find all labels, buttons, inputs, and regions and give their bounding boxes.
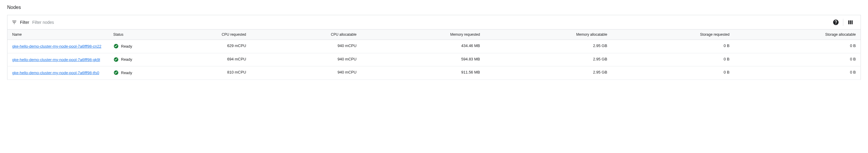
header-storage-requested[interactable]: Storage requested bbox=[612, 29, 734, 40]
cell-memory-allocatable: 2.95 GB bbox=[485, 66, 612, 80]
header-memory-requested[interactable]: Memory requested bbox=[361, 29, 485, 40]
cell-cpu-allocatable: 940 mCPU bbox=[251, 40, 361, 53]
cell-storage-requested: 0 B bbox=[612, 53, 734, 66]
table-row: gke-hello-demo-cluster-my-node-pool-7a6f… bbox=[7, 66, 861, 80]
status-text: Ready bbox=[121, 70, 132, 75]
status-text: Ready bbox=[121, 44, 132, 49]
cell-cpu-requested: 694 mCPU bbox=[144, 53, 251, 66]
cell-storage-allocatable: 0 B bbox=[734, 66, 861, 80]
header-storage-allocatable[interactable]: Storage allocatable bbox=[734, 29, 861, 40]
header-memory-allocatable[interactable]: Memory allocatable bbox=[485, 29, 612, 40]
cell-name: gke-hello-demo-cluster-my-node-pool-7a6f… bbox=[7, 66, 108, 80]
check-circle-icon bbox=[114, 43, 119, 49]
cell-storage-allocatable: 0 B bbox=[734, 53, 861, 66]
cell-cpu-requested: 810 mCPU bbox=[144, 66, 251, 80]
check-circle-icon bbox=[114, 57, 119, 62]
cell-cpu-allocatable: 940 mCPU bbox=[251, 66, 361, 80]
node-link[interactable]: gke-hello-demo-cluster-my-node-pool-7a6f… bbox=[12, 57, 100, 63]
cell-storage-requested: 0 B bbox=[612, 40, 734, 53]
header-status[interactable]: Status bbox=[108, 29, 144, 40]
filter-label: Filter bbox=[20, 20, 29, 25]
cell-status: Ready bbox=[108, 53, 144, 66]
cell-name: gke-hello-demo-cluster-my-node-pool-7a6f… bbox=[7, 40, 108, 53]
table-row: gke-hello-demo-cluster-my-node-pool-7a6f… bbox=[7, 53, 861, 66]
divider bbox=[843, 19, 843, 26]
nodes-table: Name Status CPU requested CPU allocatabl… bbox=[7, 29, 861, 80]
header-name[interactable]: Name bbox=[7, 29, 108, 40]
cell-status: Ready bbox=[108, 66, 144, 80]
cell-storage-allocatable: 0 B bbox=[734, 40, 861, 53]
header-cpu-requested[interactable]: CPU requested bbox=[144, 29, 251, 40]
cell-status: Ready bbox=[108, 40, 144, 53]
node-link[interactable]: gke-hello-demo-cluster-my-node-pool-7a6f… bbox=[12, 43, 101, 50]
cell-cpu-allocatable: 940 mCPU bbox=[251, 53, 361, 66]
cell-memory-requested: 911.56 MB bbox=[361, 66, 485, 80]
filter-icon bbox=[11, 20, 17, 25]
header-cpu-allocatable[interactable]: CPU allocatable bbox=[251, 29, 361, 40]
cell-name: gke-hello-demo-cluster-my-node-pool-7a6f… bbox=[7, 53, 108, 66]
status-text: Ready bbox=[121, 57, 132, 62]
node-link[interactable]: gke-hello-demo-cluster-my-node-pool-7a6f… bbox=[12, 70, 99, 76]
cell-memory-allocatable: 2.95 GB bbox=[485, 53, 612, 66]
filter-input[interactable] bbox=[32, 20, 92, 25]
columns-icon[interactable] bbox=[844, 17, 857, 28]
table-row: gke-hello-demo-cluster-my-node-pool-7a6f… bbox=[7, 40, 861, 53]
cell-memory-allocatable: 2.95 GB bbox=[485, 40, 612, 53]
table-header-row: Name Status CPU requested CPU allocatabl… bbox=[7, 29, 861, 40]
cell-storage-requested: 0 B bbox=[612, 66, 734, 80]
filter-bar: Filter bbox=[7, 15, 861, 29]
help-icon[interactable] bbox=[830, 17, 842, 28]
cell-cpu-requested: 629 mCPU bbox=[144, 40, 251, 53]
cell-memory-requested: 434.46 MB bbox=[361, 40, 485, 53]
check-circle-icon bbox=[114, 70, 119, 75]
cell-memory-requested: 594.83 MB bbox=[361, 53, 485, 66]
section-title: Nodes bbox=[7, 5, 861, 10]
